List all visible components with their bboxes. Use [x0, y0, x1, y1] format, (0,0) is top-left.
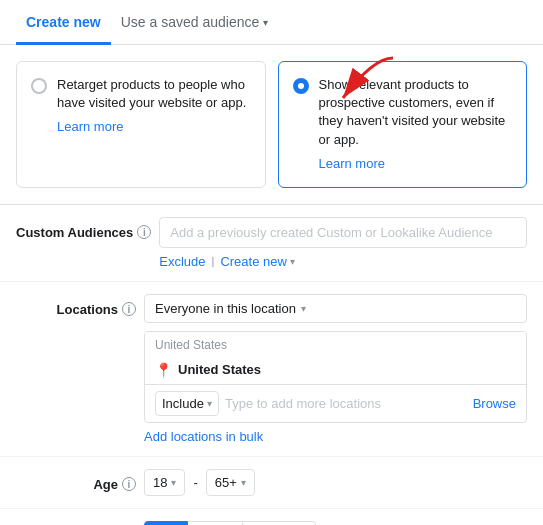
locations-content: Everyone in this location ▾ United State… [144, 294, 527, 444]
age-min-chevron-icon: ▾ [171, 477, 176, 488]
gender-toggle-group: All Men Women [144, 521, 527, 525]
exclude-link[interactable]: Exclude [159, 254, 205, 269]
audience-card-prospective[interactable]: Show relevant products to prospective cu… [278, 61, 528, 188]
custom-audiences-label: Custom Audiences i [16, 217, 151, 240]
custom-audiences-info-icon[interactable]: i [137, 225, 151, 239]
tab-saved-audience-label: Use a saved audience [121, 14, 260, 30]
create-new-chevron-icon: ▾ [290, 256, 295, 267]
actions-divider: | [212, 255, 215, 267]
gender-label: Gender i [16, 521, 136, 525]
custom-audiences-content: Exclude | Create new ▾ [159, 217, 527, 269]
include-select[interactable]: Include ▾ [155, 391, 219, 416]
gender-btn-women[interactable]: Women [243, 521, 317, 525]
location-input-row: Include ▾ Browse [145, 384, 526, 422]
audience-options: Retarget products to people who have vis… [0, 45, 543, 205]
age-min-select[interactable]: 18 ▾ [144, 469, 185, 496]
tab-saved-audience[interactable]: Use a saved audience ▾ [111, 0, 279, 45]
custom-audiences-section: Custom Audiences i Exclude | Create new … [0, 205, 543, 282]
age-max-select[interactable]: 65+ ▾ [206, 469, 255, 496]
locations-section: Locations i Everyone in this location ▾ … [0, 282, 543, 457]
locations-box: United States 📍 United States Include ▾ … [144, 331, 527, 423]
retarget-learn-more[interactable]: Learn more [57, 118, 123, 136]
location-row-us: 📍 United States [145, 358, 526, 384]
gender-btn-all[interactable]: All [144, 521, 188, 525]
locations-dropdown[interactable]: Everyone in this location ▾ [144, 294, 527, 323]
card-text-prospective: Show relevant products to prospective cu… [319, 76, 513, 173]
audience-card-retarget[interactable]: Retarget products to people who have vis… [16, 61, 266, 188]
custom-audiences-input[interactable] [159, 217, 527, 248]
retarget-description: Retarget products to people who have vis… [57, 76, 251, 112]
locations-dropdown-chevron-icon: ▾ [301, 303, 306, 314]
location-name-us: United States [178, 362, 261, 377]
gender-content: All Men Women [144, 521, 527, 525]
age-max-chevron-icon: ▾ [241, 477, 246, 488]
gender-section: Gender i All Men Women [0, 509, 543, 525]
location-search-input[interactable] [225, 396, 467, 411]
age-info-icon[interactable]: i [122, 477, 136, 491]
custom-audiences-actions: Exclude | Create new ▾ [159, 254, 527, 269]
age-row: 18 ▾ - 65+ ▾ [144, 469, 527, 496]
browse-link[interactable]: Browse [473, 396, 516, 411]
tab-create-new-label: Create new [26, 14, 101, 30]
radio-prospective[interactable] [293, 78, 309, 94]
add-locations-bulk-link[interactable]: Add locations in bulk [144, 429, 263, 444]
prospective-learn-more[interactable]: Learn more [319, 155, 385, 173]
locations-label: Locations i [16, 294, 136, 317]
radio-retarget[interactable] [31, 78, 47, 94]
create-new-audience-link[interactable]: Create new ▾ [220, 254, 294, 269]
locations-country-label: United States [145, 332, 526, 358]
page-wrapper: Create new Use a saved audience ▾ Retar [0, 0, 543, 525]
age-dash: - [193, 475, 197, 490]
age-label: Age i [16, 469, 136, 492]
tabs-bar: Create new Use a saved audience ▾ [0, 0, 543, 45]
gender-btn-men[interactable]: Men [188, 521, 242, 525]
prospective-description: Show relevant products to prospective cu… [319, 76, 513, 149]
age-section: Age i 18 ▾ - 65+ ▾ [0, 457, 543, 509]
saved-audience-chevron-icon: ▾ [263, 17, 268, 28]
location-pin-icon: 📍 [155, 362, 172, 378]
locations-info-icon[interactable]: i [122, 302, 136, 316]
age-content: 18 ▾ - 65+ ▾ [144, 469, 527, 496]
tab-create-new[interactable]: Create new [16, 0, 111, 45]
include-chevron-icon: ▾ [207, 398, 212, 409]
card-text-retarget: Retarget products to people who have vis… [57, 76, 251, 173]
